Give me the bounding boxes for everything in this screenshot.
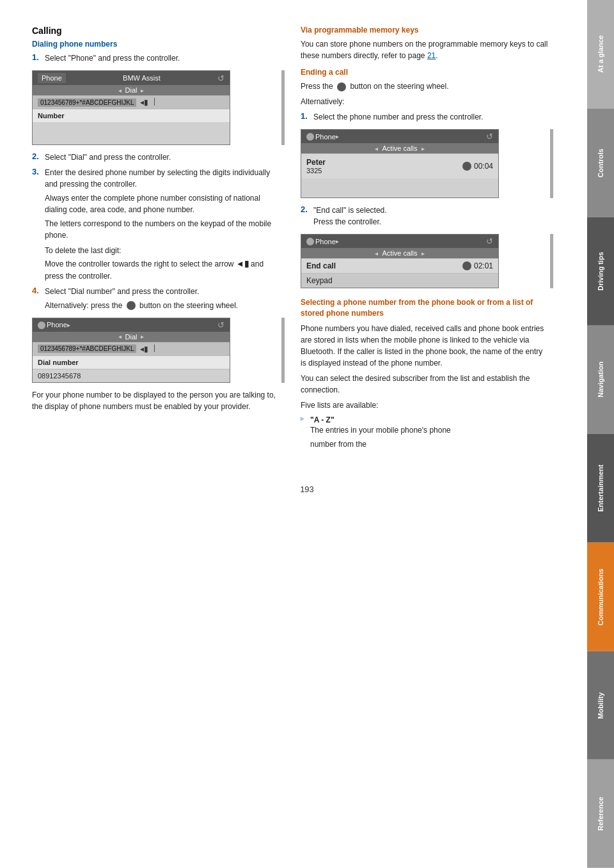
screen1-icon: ↺ [217,74,224,83]
section-title: Calling [32,26,281,36]
via-page-link[interactable]: 21 [427,51,436,60]
call1-refresh-icon: ↺ [486,132,493,141]
step3-delete: Move the controller towards the right to… [45,258,281,282]
step-3: 3. Enter the desired phone number by sel… [32,167,281,282]
screen1-back-icon: ◂▮ [140,98,148,107]
screen2-input-text: 0123456789+*#ABCDEFGHIJKL [38,345,136,353]
call1-number: 3325 [306,167,326,174]
main-content: Calling Dialing phone numbers 1. Select … [0,0,587,472]
screen-mockup-2: Phone ▸ ↺ ◂ Dial ▸ 0123456789+*#ABCDEFGH… [32,318,281,383]
call2-side-strip [550,234,553,288]
call2-time: 02:01 [474,261,493,270]
list-az-text: The entries in your mobile phone's phone [310,424,451,436]
sidebar-tab-mobility[interactable]: Mobility [587,651,614,760]
screen1-enter-icon: ⏐ [152,98,156,107]
screen1-input-text: 0123456789+*#ABCDEFGHIJKL [38,98,136,107]
screen2-refresh-icon: ↺ [217,320,224,330]
ending-step-1b: 1. Select the phone number and press the… [301,111,550,123]
call1-phone-icon-left [306,132,315,141]
screen2-back-icon: ◂▮ [140,345,148,353]
screen1-dial: Dial [125,86,138,94]
chevron-left-icon: ◂ [118,87,122,94]
steering-phone-icon [337,82,346,91]
step3-part3: The letters correspond to the numbers on… [45,218,281,241]
step-2: 2. Select "Dial" and press the controlle… [32,151,281,163]
footer-text: For your phone number to be displayed to… [32,389,281,412]
call2-end-call: End call [306,261,336,270]
sidebar-tab-entertainment[interactable]: Entertainment [587,434,614,543]
arrow-back-icon: ◄▮ [236,259,249,268]
via-title: Via programmable memory keys [301,26,550,35]
step4-alt: Alternatively: press the button on the s… [45,300,238,311]
left-column: Calling Dialing phone numbers 1. Select … [32,26,281,453]
screen2-number: 08912345678 [38,372,81,380]
call2-refresh-icon: ↺ [486,236,493,246]
call1-phone-status-icon [462,162,471,171]
call1-side-strip [550,129,553,198]
selecting-title: Selecting a phone number from the phone … [301,297,550,319]
call1-active-label: Active calls [382,144,417,152]
step3-delete-title: To delete the last digit: [45,245,281,256]
call2-active-label: Active calls [382,249,417,257]
screen1-phone-tab: Phone [38,73,66,83]
ending-step2b-text: Press the controller. [313,216,387,228]
via-text: You can store phone numbers on the progr… [301,38,550,61]
five-lists: Five lists are available: [301,399,550,411]
screen-mockup-1: Phone BMW Assist ↺ ◂ Dial ▸ 0123456789+*… [32,70,281,145]
phone-button-icon [127,301,136,310]
ending-step1-text: Press the button on the steering wheel. [301,81,550,92]
chevron-right-2-icon: ▸ [67,322,70,329]
step4-text: Select "Dial number" and press the contr… [45,286,238,297]
call2-phone-icon [462,261,471,270]
list-az-title: "A - Z" [310,415,335,424]
call1-phone-label: Phone [315,133,336,141]
call2-phone-label: Phone [315,238,336,245]
screen2-phone-tab: Phone [47,321,67,329]
sidebar-tab-controls[interactable]: Controls [587,109,614,217]
step-1: 1. Select "Phone" and press the controll… [32,52,281,64]
call-screen-2: Phone ▸ ↺ ◂ Active calls ▸ End call 02:0… [301,234,550,288]
right-column: Via programmable memory keys You can sto… [301,26,550,453]
subsection-dialing: Dialing phone numbers [32,40,281,49]
sidebar-tab-at-a-glance[interactable]: At a glance [587,0,614,109]
ending-alt: Alternatively: [301,96,550,107]
screen2-side-strip [281,318,285,383]
call-screen-1: Phone ▸ ↺ ◂ Active calls ▸ Peter 3325 [301,129,550,198]
screen2-dial: Dial [125,333,138,341]
list-az-arrow-icon: ▹ [301,415,304,422]
page-number: 193 [0,484,614,494]
chevron-right-icon: ▸ [141,87,144,94]
sidebar: At a glance Controls Driving tips Naviga… [587,0,614,868]
screen1-number-label: Number [38,112,65,120]
call1-time: 00:04 [474,162,493,171]
sidebar-tab-driving-tips[interactable]: Driving tips [587,217,614,326]
sidebar-tab-navigation[interactable]: Navigation [587,325,614,434]
call1-name: Peter [306,158,326,167]
sidebar-tab-communications[interactable]: Communications [587,543,614,651]
step3-part1: Enter the desired phone number by select… [45,167,281,190]
screen2-enter-icon: ⏐ [152,345,156,353]
list-az-text2: number from the [310,438,451,450]
ending-title: Ending a call [301,68,550,77]
selecting-p1: Phone numbers you have dialed, received … [301,323,550,369]
ending-step-2: 2. "End call" is selected. Press the con… [301,205,550,228]
call1-empty [301,178,498,198]
step-4: 4. Select "Dial number" and press the co… [32,286,281,311]
call2-keypad: Keypad [306,276,333,285]
screen1-side-strip [281,70,285,145]
sidebar-tab-reference[interactable]: Reference [587,759,614,868]
ending-step2-text: "End call" is selected. [313,205,387,216]
screen2-phone-icon [38,320,47,329]
step3-part2: Always enter the complete phone number c… [45,192,281,215]
screen2-dial-number-label: Dial number [38,359,79,366]
selecting-p2: You can select the desired subscriber fr… [301,373,550,396]
screen1-empty [33,122,230,144]
screen1-bmw-tab: BMW Assist [123,74,161,82]
